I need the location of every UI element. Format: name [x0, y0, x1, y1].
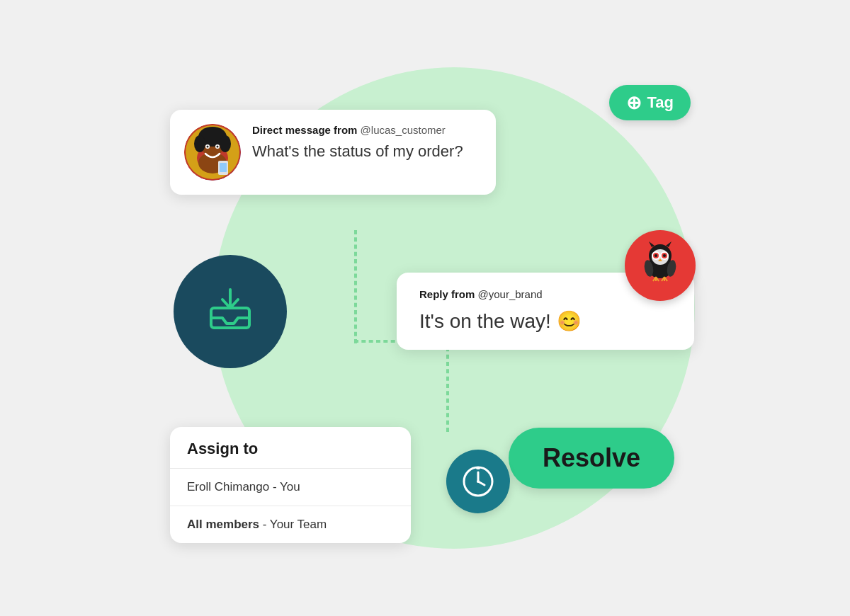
owl-svg	[639, 240, 681, 283]
dm-header: Direct message from @lucas_customer	[252, 124, 463, 136]
svg-point-6	[194, 135, 205, 152]
owl-icon	[639, 240, 681, 291]
reply-emoji: 😊	[557, 310, 582, 332]
assign-row-2[interactable]: All members - Your Team	[170, 506, 411, 543]
resolve-label: Resolve	[543, 443, 640, 472]
plus-icon: ⊕	[626, 93, 642, 112]
hootsuite-owl-circle	[625, 230, 696, 301]
inbox-icon	[205, 287, 255, 336]
tag-button[interactable]: ⊕ Tag	[609, 85, 691, 120]
svg-marker-18	[649, 241, 654, 247]
reply-text: It's on the way!	[419, 310, 551, 332]
dm-header-user: @lucas_customer	[361, 124, 446, 136]
svg-point-11	[217, 146, 219, 148]
svg-point-7	[220, 135, 231, 152]
inbox-circle	[174, 255, 287, 368]
assign-row-2-suffix: - Your Team	[259, 518, 327, 531]
svg-rect-13	[220, 163, 227, 172]
avatar-face	[184, 124, 241, 181]
connector-line-3	[446, 340, 449, 432]
clock-icon	[460, 464, 496, 499]
svg-point-10	[207, 146, 209, 148]
reply-header: Reply from @your_brand	[419, 288, 672, 300]
connector-line-1	[354, 230, 357, 343]
resolve-button[interactable]: Resolve	[509, 428, 674, 489]
dm-message: What's the status of my order?	[252, 142, 463, 162]
reply-header-brand: @your_brand	[478, 288, 543, 300]
assign-row-2-bold: All members	[187, 518, 259, 531]
reply-message: It's on the way! 😊	[419, 309, 672, 334]
assign-row-1-text: Eroll Chimango - You	[187, 480, 300, 494]
svg-point-25	[654, 254, 657, 257]
assign-header: Assign to	[170, 427, 411, 469]
assign-header-text: Assign to	[187, 440, 258, 457]
dm-content: Direct message from @lucas_customer What…	[252, 124, 463, 162]
tag-label: Tag	[647, 93, 674, 112]
assign-row-1[interactable]: Eroll Chimango - You	[170, 469, 411, 506]
svg-point-40	[477, 480, 480, 483]
avatar	[184, 124, 241, 181]
clock-circle	[446, 450, 510, 513]
svg-marker-19	[666, 241, 672, 247]
scene: ⊕ Tag	[71, 18, 779, 598]
assign-card: Assign to Eroll Chimango - You All membe…	[170, 427, 411, 543]
dm-header-bold: Direct message from	[252, 124, 357, 136]
svg-rect-39	[476, 467, 480, 469]
direct-message-card: Direct message from @lucas_customer What…	[170, 110, 496, 195]
svg-point-26	[663, 254, 666, 257]
reply-header-bold: Reply from	[419, 288, 475, 300]
avatar-svg	[184, 124, 241, 181]
